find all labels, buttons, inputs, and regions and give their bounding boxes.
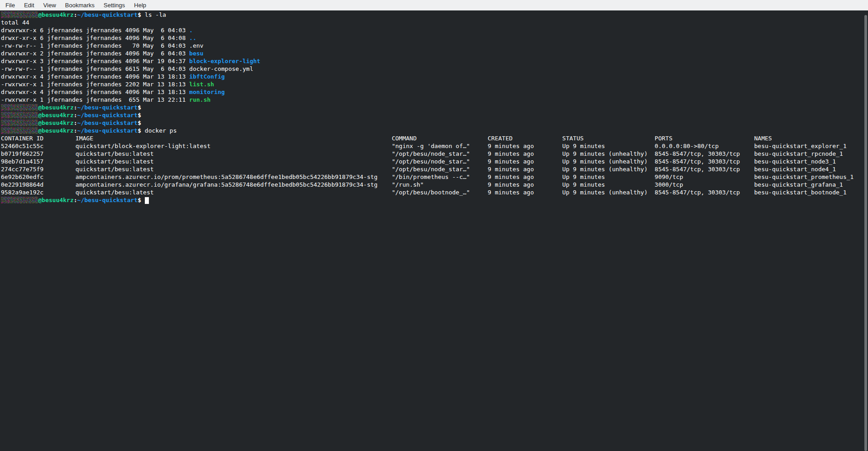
prompt-path: ~/besu-quickstart [77, 197, 138, 203]
scrollbar-thumb[interactable] [864, 15, 867, 451]
redacted-username [1, 127, 38, 134]
konsole-window: FileEditViewBookmarksSettingsHelp @besuu… [0, 0, 868, 451]
ls-entry-meta: -rw-rw-r-- 1 jfernandes jfernandes 6615 … [1, 65, 189, 72]
terminal-cursor [145, 197, 149, 204]
terminal-line: -rw-rw-r-- 1 jfernandes jfernandes 6615 … [1, 65, 862, 73]
prompt-path: ~/besu-quickstart [77, 104, 138, 111]
terminal-line: @besuu4krz:~/besu-quickstart$ [1, 119, 862, 127]
terminal-line: drwxrwxr-x 6 jfernandes jfernandes 4096 … [1, 26, 862, 34]
file-name: list.sh [189, 81, 214, 88]
terminal-viewport[interactable]: @besuu4krz:~/besu-quickstart$ ls -latota… [0, 10, 868, 451]
ls-entry-meta: drwxrwxr-x 4 jfernandes jfernandes 4096 … [1, 73, 189, 80]
terminal-line: @besuu4krz:~/besu-quickstart$ [1, 104, 862, 111]
prompt-dollar: $ [138, 104, 141, 111]
terminal-line: drwxrwxr-x 2 jfernandes jfernandes 4096 … [1, 50, 862, 57]
ls-entry-meta: drwxrwxr-x 6 jfernandes jfernandes 4096 … [1, 27, 189, 34]
redacted-username [1, 197, 38, 203]
file-name: ibftConfig [189, 73, 225, 80]
ls-entry-meta: drwxrwxr-x 2 jfernandes jfernandes 4096 … [1, 50, 189, 57]
ls-total: total 44 [1, 19, 30, 26]
prompt-separator: : [74, 127, 77, 134]
terminal-line: drwxr-xr-x 6 jfernandes jfernandes 4096 … [1, 34, 862, 42]
docker-ps-row: 274cc77e75f9 quickstart/besu:latest "/op… [1, 166, 836, 173]
menu-item-help[interactable]: Help [129, 0, 151, 10]
ls-entry-meta: drwxr-xr-x 6 jfernandes jfernandes 4096 … [1, 35, 189, 41]
prompt-dollar: $ [138, 197, 141, 203]
ls-entry-meta: -rw-rw-r-- 1 jfernandes jfernandes 70 Ma… [1, 42, 189, 49]
redacted-username [1, 112, 38, 119]
terminal-line: 98eb7d1a4157 quickstart/besu:latest "/op… [1, 158, 862, 165]
terminal-line: @besuu4krz:~/besu-quickstart$ [1, 196, 862, 204]
docker-ps-header: CONTAINER ID IMAGE COMMAND CREATED STATU… [1, 135, 772, 142]
menu-item-edit[interactable]: Edit [20, 0, 39, 10]
menu-item-settings[interactable]: Settings [99, 0, 129, 10]
prompt-separator: : [74, 112, 77, 119]
terminal-line: total 44 [1, 19, 862, 26]
terminal-line: 274cc77e75f9 quickstart/besu:latest "/op… [1, 165, 862, 173]
prompt-dollar: $ [138, 11, 141, 18]
terminal-line: -rw-rw-r-- 1 jfernandes jfernandes 70 Ma… [1, 42, 862, 50]
terminal-scrollbar[interactable] [863, 10, 868, 451]
prompt-path: ~/besu-quickstart [77, 112, 138, 119]
terminal-line: drwxrwxr-x 4 jfernandes jfernandes 4096 … [1, 73, 862, 80]
terminal-line: @besuu4krz:~/besu-quickstart$ ls -la [1, 11, 862, 19]
terminal-line: b0719f662257 quickstart/besu:latest "/op… [1, 150, 862, 158]
docker-ps-row: 6e92b620edfc ampcontainers.azurecr.io/pr… [1, 173, 853, 180]
terminal-line: 9582a9ae192c quickstart/besu:latest "/op… [1, 188, 862, 196]
redacted-username [1, 104, 38, 111]
prompt-path: ~/besu-quickstart [77, 127, 138, 134]
file-name: run.sh [189, 96, 211, 103]
terminal-line: 52460c51c55c quickstart/block-explorer-l… [1, 142, 862, 150]
terminal-text [141, 197, 145, 203]
prompt-separator: : [74, 104, 77, 111]
terminal-line: CONTAINER ID IMAGE COMMAND CREATED STATU… [1, 134, 862, 142]
prompt-host: @besuu4krz [38, 119, 74, 126]
prompt-separator: : [74, 119, 77, 126]
file-name: docker-compose.yml [189, 65, 253, 72]
file-name: .env [189, 42, 203, 49]
menu-bar: FileEditViewBookmarksSettingsHelp [0, 0, 868, 10]
prompt-dollar: $ [138, 119, 141, 126]
redacted-username [1, 119, 38, 126]
file-name: block-explorer-light [189, 58, 261, 64]
file-name: . [189, 27, 193, 34]
prompt-host: @besuu4krz [38, 127, 74, 134]
terminal-line: @besuu4krz:~/besu-quickstart$ docker ps [1, 127, 862, 134]
menu-item-file[interactable]: File [1, 0, 20, 10]
terminal-line: drwxrwxr-x 3 jfernandes jfernandes 4096 … [1, 57, 862, 65]
ls-entry-meta: -rwxrwxr-x 1 jfernandes jfernandes 2202 … [1, 81, 189, 88]
command-text: docker ps [141, 127, 177, 134]
command-text: ls -la [141, 11, 166, 18]
prompt-dollar: $ [138, 112, 141, 119]
file-name: besu [189, 50, 203, 57]
terminal-line: 0e229198864d ampcontainers.azurecr.io/gr… [1, 181, 862, 188]
prompt-separator: : [74, 197, 77, 203]
docker-ps-row: 9582a9ae192c quickstart/besu:latest "/op… [1, 189, 847, 196]
terminal-line: @besuu4krz:~/besu-quickstart$ [1, 111, 862, 119]
prompt-path: ~/besu-quickstart [77, 119, 138, 126]
docker-ps-row: 98eb7d1a4157 quickstart/besu:latest "/op… [1, 158, 836, 165]
ls-entry-meta: -rwxrwxr-x 1 jfernandes jfernandes 655 M… [1, 96, 189, 103]
ls-entry-meta: drwxrwxr-x 4 jfernandes jfernandes 4096 … [1, 89, 189, 95]
prompt-separator: : [74, 11, 77, 18]
prompt-dollar: $ [138, 127, 141, 134]
menu-item-view[interactable]: View [39, 0, 60, 10]
terminal-line: 6e92b620edfc ampcontainers.azurecr.io/pr… [1, 173, 862, 181]
terminal-content: @besuu4krz:~/besu-quickstart$ ls -latota… [1, 11, 862, 204]
prompt-host: @besuu4krz [38, 11, 74, 18]
prompt-host: @besuu4krz [38, 197, 74, 203]
docker-ps-row: b0719f662257 quickstart/besu:latest "/op… [1, 150, 843, 157]
prompt-host: @besuu4krz [38, 104, 74, 111]
redacted-username [1, 11, 38, 18]
menu-item-bookmarks[interactable]: Bookmarks [60, 0, 99, 10]
file-name: monitoring [189, 89, 225, 95]
prompt-host: @besuu4krz [38, 112, 74, 119]
ls-entry-meta: drwxrwxr-x 3 jfernandes jfernandes 4096 … [1, 58, 189, 64]
docker-ps-row: 52460c51c55c quickstart/block-explorer-l… [1, 143, 847, 149]
terminal-line: drwxrwxr-x 4 jfernandes jfernandes 4096 … [1, 88, 862, 96]
prompt-path: ~/besu-quickstart [77, 11, 138, 18]
docker-ps-row: 0e229198864d ampcontainers.azurecr.io/gr… [1, 181, 843, 188]
terminal-line: -rwxrwxr-x 1 jfernandes jfernandes 2202 … [1, 80, 862, 88]
terminal-line: -rwxrwxr-x 1 jfernandes jfernandes 655 M… [1, 96, 862, 104]
file-name: .. [189, 35, 197, 41]
